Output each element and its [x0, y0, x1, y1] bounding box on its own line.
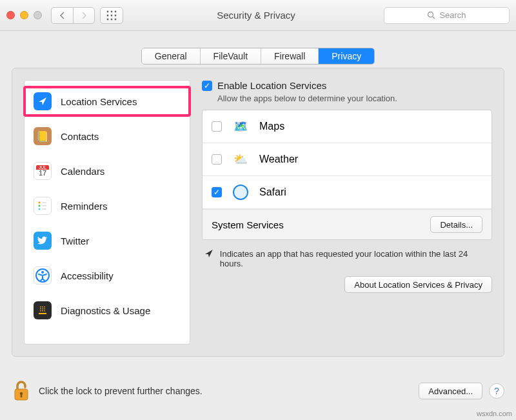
forward-button[interactable]	[73, 7, 95, 24]
svg-rect-19	[40, 306, 41, 308]
svg-rect-24	[44, 308, 45, 310]
window-controls	[6, 11, 42, 19]
diagnostics-icon	[34, 301, 52, 319]
sidebar-item-twitter[interactable]: Twitter	[25, 226, 190, 261]
sidebar-item-label: Diagnostics & Usage	[61, 305, 150, 316]
system-services-label: System Services	[212, 219, 284, 230]
svg-point-8	[115, 18, 117, 20]
footnote-text: Indicates an app that has requested your…	[220, 249, 490, 268]
svg-rect-21	[44, 306, 45, 308]
reminders-icon	[34, 197, 52, 215]
sidebar-item-location-services[interactable]: Location Services	[25, 87, 190, 115]
privacy-content: Enable Location Services Allow the apps …	[202, 80, 492, 345]
sidebar-item-label: Location Services	[61, 96, 137, 107]
minimize-window-button[interactable]	[20, 11, 28, 19]
help-button[interactable]: ?	[489, 383, 504, 399]
svg-point-1	[111, 10, 113, 12]
chevron-left-icon	[59, 12, 65, 19]
window-footer: Click the lock to prevent further change…	[12, 380, 504, 402]
location-arrow-icon	[34, 92, 52, 110]
app-row-safari: Safari	[203, 176, 491, 209]
location-footnote: Indicates an app that has requested your…	[204, 249, 490, 268]
close-window-button[interactable]	[6, 11, 15, 19]
svg-line-10	[433, 17, 435, 19]
svg-rect-27	[44, 310, 45, 312]
accessibility-icon	[34, 266, 52, 285]
location-arrow-icon	[204, 249, 213, 258]
svg-rect-22	[40, 308, 41, 310]
safari-icon	[231, 183, 250, 202]
checkbox-maps[interactable]	[212, 121, 222, 132]
tab-privacy[interactable]: Privacy	[319, 48, 374, 64]
lock-text: Click the lock to prevent further change…	[39, 386, 419, 396]
app-label: Safari	[259, 186, 286, 198]
app-label: Maps	[259, 121, 284, 132]
chevron-right-icon	[81, 12, 87, 19]
about-location-button[interactable]: About Location Services & Privacy	[344, 276, 492, 293]
sidebar-item-diagnostics[interactable]: Diagnostics & Usage	[25, 296, 190, 331]
sidebar-item-label: Calendars	[61, 166, 104, 177]
lock-icon[interactable]	[12, 380, 31, 402]
svg-rect-20	[42, 306, 43, 308]
svg-point-13	[39, 208, 41, 210]
search-icon	[427, 11, 435, 19]
svg-point-30	[234, 186, 247, 199]
window-toolbar: Security & Privacy Search	[0, 0, 516, 31]
svg-rect-28	[39, 313, 46, 314]
advanced-button[interactable]: Advanced...	[419, 383, 482, 399]
maps-icon: 🗺️	[231, 117, 250, 136]
svg-point-12	[39, 205, 41, 207]
checkbox-safari[interactable]	[212, 187, 222, 197]
svg-point-3	[107, 14, 109, 16]
sidebar-item-label: Reminders	[61, 201, 108, 212]
sidebar-item-reminders[interactable]: Reminders	[25, 192, 190, 226]
calendar-icon: JUL17	[34, 162, 52, 180]
svg-point-11	[39, 202, 41, 204]
search-input[interactable]: Search	[384, 7, 510, 24]
sidebar-item-accessibility[interactable]: Accessibility	[25, 261, 190, 296]
tab-filevault[interactable]: FileVault	[201, 48, 261, 64]
svg-point-6	[107, 18, 109, 20]
svg-rect-26	[42, 310, 43, 312]
sidebar-item-label: Accessibility	[61, 270, 114, 281]
svg-point-0	[107, 10, 109, 12]
tab-bar: General FileVault Firewall Privacy	[0, 48, 516, 65]
enable-location-checkbox[interactable]	[202, 81, 212, 91]
attribution-text: wsxdn.com	[477, 410, 512, 417]
sidebar-item-label: Twitter	[61, 235, 89, 246]
svg-point-9	[428, 12, 433, 17]
enable-location-sublabel: Allow the apps below to determine your l…	[217, 94, 492, 103]
zoom-window-button[interactable]	[34, 11, 42, 19]
grid-icon	[106, 10, 117, 21]
svg-rect-33	[21, 394, 22, 397]
system-services-row: System Services Details...	[203, 209, 491, 239]
contacts-icon: 📒	[34, 127, 52, 145]
svg-rect-25	[40, 310, 41, 312]
details-button[interactable]: Details...	[430, 216, 482, 233]
tab-firewall[interactable]: Firewall	[261, 48, 319, 64]
svg-point-18	[41, 271, 44, 274]
svg-rect-23	[42, 308, 43, 310]
app-label: Weather	[259, 154, 298, 165]
sidebar-item-calendars[interactable]: JUL17 Calendars	[25, 157, 190, 192]
window-title: Security & Privacy	[128, 10, 384, 21]
search-placeholder: Search	[439, 10, 466, 20]
privacy-panel: Location Services 📒 Contacts JUL17 Calen…	[12, 68, 504, 357]
sidebar-item-contacts[interactable]: 📒 Contacts	[25, 122, 190, 157]
svg-point-7	[111, 18, 113, 20]
show-all-button[interactable]	[100, 7, 123, 24]
checkbox-weather[interactable]	[212, 154, 222, 165]
back-button[interactable]	[51, 7, 73, 24]
location-apps-list: 🗺️ Maps ⛅ Weather Safari System Services…	[202, 110, 492, 240]
app-row-maps: 🗺️ Maps	[203, 110, 491, 143]
tab-general[interactable]: General	[142, 48, 201, 64]
twitter-icon	[34, 232, 52, 250]
enable-location-label: Enable Location Services	[217, 80, 326, 91]
svg-point-4	[111, 14, 113, 16]
sidebar-item-label: Contacts	[61, 131, 99, 142]
svg-point-5	[115, 14, 117, 16]
weather-icon: ⛅	[231, 150, 250, 169]
svg-point-2	[115, 10, 117, 12]
privacy-sidebar: Location Services 📒 Contacts JUL17 Calen…	[24, 80, 190, 345]
app-row-weather: ⛅ Weather	[203, 143, 491, 176]
